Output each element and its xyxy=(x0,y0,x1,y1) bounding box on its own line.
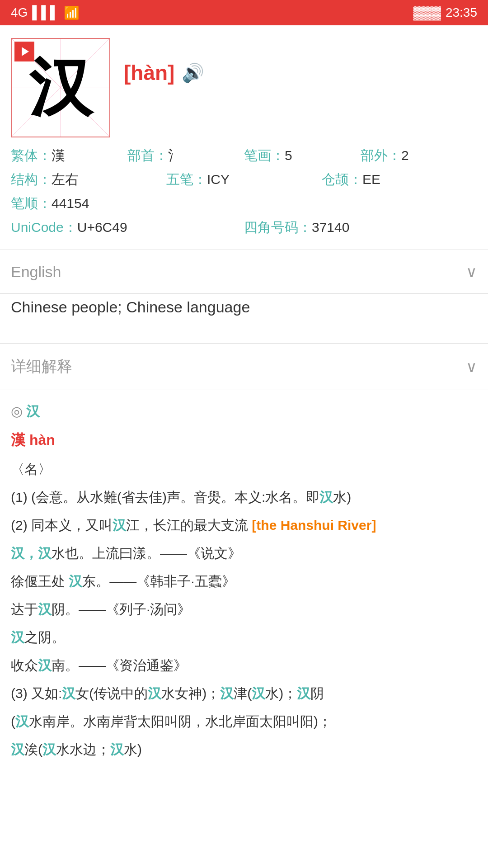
strokeorder-value: 44154 xyxy=(52,196,89,211)
outside-label: 部外： xyxy=(361,146,401,165)
line10-han1: 汉 xyxy=(11,742,24,757)
english-content: Chinese people; Chinese language xyxy=(0,294,488,343)
line2-han: 汉 xyxy=(113,518,126,533)
traditional-value: 漢 xyxy=(52,146,65,165)
line8-end: 阴 xyxy=(310,686,324,701)
detail-line3: 汉，汉水也。上流曰漾。——《说文》 xyxy=(11,541,477,566)
fourcorner-label: 四角号码： xyxy=(244,218,312,237)
main-character: 汉 xyxy=(29,56,92,119)
wubi-value: ICY xyxy=(207,172,230,187)
detail-line10: 汉涘(汉水水边；汉水) xyxy=(11,737,477,762)
line1-start: (1) (会意。从水難(省去佳)声。音燢。本义:水名。即 xyxy=(11,490,319,505)
structure-cell: 结构： 左右 xyxy=(11,170,166,189)
line1-end: 水) xyxy=(333,490,351,505)
detail-line1: (1) (会意。从水難(省去佳)声。音燢。本义:水名。即汉水) xyxy=(11,485,477,509)
english-label: English xyxy=(11,263,61,281)
strokeorder-label: 笔顺： xyxy=(11,194,52,213)
line9-end: 水南岸。水南岸背太阳叫阴，水北岸面太阳叫阳)； xyxy=(29,714,332,729)
line2-start: (2) 同本义，又叫 xyxy=(11,518,113,533)
line4-han: 汉 xyxy=(69,574,82,589)
line6-end: 之阴。 xyxy=(24,630,65,645)
line10-han3: 汉 xyxy=(110,742,124,757)
info-table: 繁体： 漢 部首： 氵 笔画： 5 部外： 2 结构： 左右 五笔： xyxy=(0,146,488,250)
pinyin-text: [hàn] xyxy=(124,61,174,85)
cangjie-label: 仓颉： xyxy=(322,170,362,189)
strokes-value: 5 xyxy=(285,148,292,163)
detail-line9: (汉水南岸。水南岸背太阳叫阴，水北岸面太阳叫阳)； xyxy=(11,709,477,734)
status-right: ▓▓▓ 23:35 xyxy=(413,5,477,20)
unicode-cell: UniCode： U+6C49 xyxy=(11,218,244,237)
line8-mid2: 水女神)； xyxy=(161,686,220,701)
line8-start: (3) 又如: xyxy=(11,686,62,701)
detail-line2: (2) 同本义，又叫汉江，长江的最大支流 [the Hanshui River] xyxy=(11,513,477,538)
line10-mid: 涘( xyxy=(24,742,42,757)
cangjie-value: EE xyxy=(362,172,380,187)
wubi-label: 五笔： xyxy=(166,170,207,189)
info-row-2: 结构： 左右 五笔： ICY 仓颉： EE xyxy=(11,170,477,189)
line7-end: 南。——《资治通鉴》 xyxy=(52,658,187,673)
line8-mid3: 津( xyxy=(234,686,252,701)
signal-icon: ▌▌▌ xyxy=(32,5,59,20)
sound-icon[interactable]: 🔊 xyxy=(182,62,204,84)
line8-mid4: 水)； xyxy=(265,686,297,701)
character-header: 汉 [hàn] 🔊 xyxy=(0,25,488,146)
detail-label: 详细解释 xyxy=(11,356,72,377)
detail-section-header[interactable]: 详细解释 ∨ xyxy=(0,344,488,390)
traditional-label: 繁体： xyxy=(11,146,52,165)
detail-circle-char: ◎ 汉 xyxy=(11,399,477,424)
line8-han4: 汉 xyxy=(252,686,265,701)
circle-symbol: ◎ xyxy=(11,404,26,419)
line8-mid1: 女(传说中的 xyxy=(75,686,148,701)
detail-line6: 汉之阴。 xyxy=(11,625,477,650)
line4-rest: 东。——《韩非子·五蠹》 xyxy=(82,574,235,589)
status-bar: 4G ▌▌▌ 📶 ▓▓▓ 23:35 xyxy=(0,0,488,25)
outside-cell: 部外： 2 xyxy=(361,146,477,165)
line5-han: 汉 xyxy=(38,602,52,617)
line5-start: 达于 xyxy=(11,602,38,617)
play-button[interactable] xyxy=(14,42,34,61)
detail-line7: 收众汉南。——《资治通鉴》 xyxy=(11,653,477,678)
english-section-header[interactable]: English ∨ xyxy=(0,250,488,293)
line2-orange: [the Hanshui River] xyxy=(252,518,376,533)
line8-han3: 汉 xyxy=(220,686,234,701)
structure-label: 结构： xyxy=(11,170,52,189)
line3-han-start: 汉， xyxy=(11,546,38,561)
info-row-3: 笔顺： 44154 xyxy=(11,194,477,213)
line7-han: 汉 xyxy=(38,658,52,673)
network-label: 4G xyxy=(11,5,28,20)
english-chevron: ∨ xyxy=(466,263,477,281)
detail-line8: (3) 又如:汉女(传说中的汉水女神)；汉津(汉水)；汉阴 xyxy=(11,681,477,706)
strokes-cell: 笔画： 5 xyxy=(244,146,361,165)
detail-nametag: 〈名〉 xyxy=(11,457,477,481)
line6-han: 汉 xyxy=(11,630,24,645)
line2-mid: 江，长江的最大支流 xyxy=(126,518,252,533)
char-info-right: [hàn] 🔊 xyxy=(124,38,204,85)
strokes-label: 笔画： xyxy=(244,146,285,165)
line5-end: 阴。——《列子·汤问》 xyxy=(52,602,191,617)
battery-icon: ▓▓▓ xyxy=(413,5,441,20)
line8-han2: 汉 xyxy=(148,686,161,701)
line3-end: 水也。上流曰漾。——《说文》 xyxy=(52,546,241,561)
traditional-cell: 繁体： 漢 xyxy=(11,146,127,165)
line9-han: 汉 xyxy=(15,714,29,729)
outside-value: 2 xyxy=(401,148,409,163)
radical-cell: 部首： 氵 xyxy=(127,146,244,165)
info-row-4: UniCode： U+6C49 四角号码： 37140 xyxy=(11,218,477,237)
info-row-1: 繁体： 漢 部首： 氵 笔画： 5 部外： 2 xyxy=(11,146,477,165)
unicode-value: U+6C49 xyxy=(77,220,127,235)
line8-han1: 汉 xyxy=(62,686,75,701)
detail-content: ◎ 汉 漢 hàn 〈名〉 (1) (会意。从水難(省去佳)声。音燢。本义:水名… xyxy=(0,390,488,774)
english-definition: Chinese people; Chinese language xyxy=(11,298,250,316)
time-label: 23:35 xyxy=(446,5,477,20)
character-box[interactable]: 汉 xyxy=(11,38,110,137)
line4-text: 徐偃王处 xyxy=(11,574,69,589)
line10-last: 水) xyxy=(124,742,142,757)
detail-line4: 徐偃王处 汉东。——《韩非子·五蠹》 xyxy=(11,569,477,594)
line1-han: 汉 xyxy=(319,490,333,505)
line7-start: 收众 xyxy=(11,658,38,673)
wifi-icon: 📶 xyxy=(64,5,80,20)
radical-value: 氵 xyxy=(168,146,182,165)
structure-value: 左右 xyxy=(52,170,79,189)
line3-han: 汉 xyxy=(38,546,52,561)
name-tag-text: 〈名〉 xyxy=(11,462,52,476)
